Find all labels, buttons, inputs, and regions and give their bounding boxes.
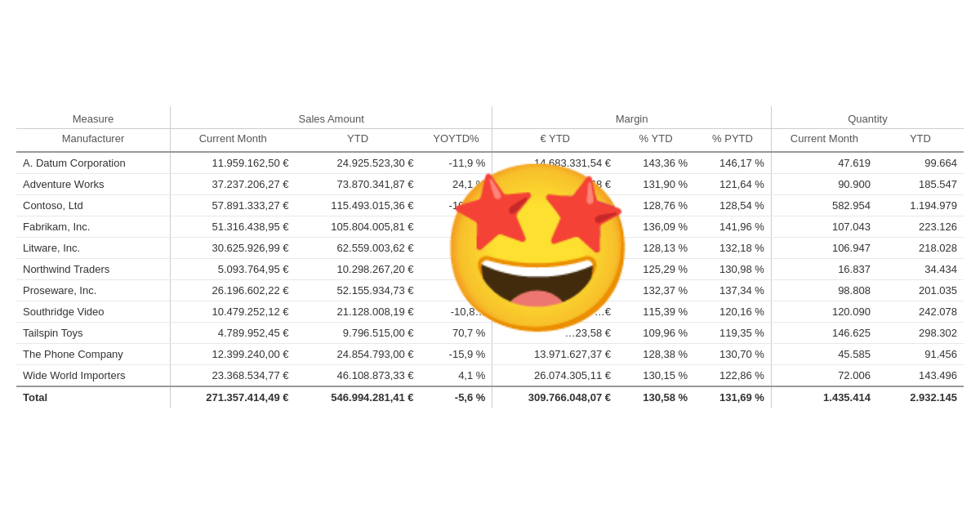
total-cell-pct_pytd: 131,69 % bbox=[694, 386, 771, 408]
cell-manufacturer: Fabrikam, Inc. bbox=[16, 216, 170, 237]
cell-pct_pytd: 141,96 % bbox=[694, 216, 771, 237]
cell-current_month_2: 120.090 bbox=[771, 301, 877, 322]
cell-ytd_1: 21.128.008,19 € bbox=[295, 301, 420, 322]
table-row: Wide World Importers23.368.534,77 €46.10… bbox=[16, 364, 964, 386]
ytd-1-col-header: YTD bbox=[295, 128, 420, 152]
cell-pct_ytd: 143,36 % bbox=[617, 152, 694, 174]
cell-e_ytd: … bbox=[492, 258, 617, 279]
cell-ytd_2: 34.434 bbox=[877, 258, 964, 279]
cell-pct_pytd: 130,70 % bbox=[694, 343, 771, 364]
margin-label: Margin bbox=[492, 106, 771, 129]
cell-pct_pytd: 137,34 % bbox=[694, 279, 771, 301]
current-month-2-col-header: Current Month bbox=[771, 128, 877, 152]
table-row: Northwind Traders5.093.764,95 €10.298.26… bbox=[16, 258, 964, 279]
total-cell-ytd_2: 2.932.145 bbox=[877, 386, 964, 408]
cell-yoytd: -15,9 % bbox=[421, 343, 492, 364]
cell-ytd_2: 91.456 bbox=[877, 343, 964, 364]
sales-amount-label: Sales Amount bbox=[170, 106, 492, 129]
cell-current_month_1: 26.196.602,22 € bbox=[170, 279, 295, 301]
cell-pct_pytd: 146,17 % bbox=[694, 152, 771, 174]
cell-ytd_2: 185.547 bbox=[877, 173, 964, 194]
cell-yoytd: -7… bbox=[421, 279, 492, 301]
cell-manufacturer: Litware, Inc. bbox=[16, 237, 170, 258]
cell-current_month_1: 37.237.206,27 € bbox=[170, 173, 295, 194]
table-row: Litware, Inc.30.625.926,99 €62.559.003,6… bbox=[16, 237, 964, 258]
measure-label: Measure bbox=[16, 106, 170, 129]
cell-ytd_2: 298.302 bbox=[877, 322, 964, 343]
cell-yoytd: 70,7 % bbox=[421, 322, 492, 343]
cell-current_month_1: 12.399.240,00 € bbox=[170, 343, 295, 364]
cell-pct_pytd: 119,35 % bbox=[694, 322, 771, 343]
measure-header-row: Measure Sales Amount Margin Quantity bbox=[16, 106, 964, 129]
cell-current_month_1: 23.368.534,77 € bbox=[170, 364, 295, 386]
column-header-row: Manufacturer Current Month YTD YOYTD% € … bbox=[16, 128, 964, 152]
cell-e_ytd: …5,69 € bbox=[492, 194, 617, 216]
total-row: Total271.357.414,49 €546.994.281,41 €-5,… bbox=[16, 386, 964, 408]
cell-current_month_1: 4.789.952,45 € bbox=[170, 322, 295, 343]
cell-yoytd: -10,8… bbox=[421, 301, 492, 322]
cell-pct_ytd: 115,39 % bbox=[617, 301, 694, 322]
cell-yoytd: -10,1 % bbox=[421, 194, 492, 216]
cell-current_month_1: 11.959.162,50 € bbox=[170, 152, 295, 174]
table-row: The Phone Company12.399.240,00 €24.854.7… bbox=[16, 343, 964, 364]
cell-pct_ytd: 128,76 % bbox=[617, 194, 694, 216]
pct-ytd-col-header: % YTD bbox=[617, 128, 694, 152]
cell-current_month_2: 582.954 bbox=[771, 194, 877, 216]
e-ytd-col-header: € YTD bbox=[492, 128, 617, 152]
cell-ytd_2: 99.664 bbox=[877, 152, 964, 174]
cell-e_ytd: …23,58 € bbox=[492, 322, 617, 343]
cell-pct_pytd: 130,98 % bbox=[694, 258, 771, 279]
cell-current_month_1: 30.625.926,99 € bbox=[170, 237, 295, 258]
cell-pct_ytd: 128,13 % bbox=[617, 237, 694, 258]
cell-ytd_1: 46.108.873,33 € bbox=[295, 364, 420, 386]
cell-manufacturer: Proseware, Inc. bbox=[16, 279, 170, 301]
total-cell-pct_ytd: 130,58 % bbox=[617, 386, 694, 408]
cell-pct_ytd: 128,38 % bbox=[617, 343, 694, 364]
cell-pct_ytd: 131,90 % bbox=[617, 173, 694, 194]
cell-manufacturer: Contoso, Ltd bbox=[16, 194, 170, 216]
cell-e_ytd: …€ bbox=[492, 216, 617, 237]
table-row: Contoso, Ltd57.891.333,27 €115.493.015,3… bbox=[16, 194, 964, 216]
cell-ytd_2: 242.078 bbox=[877, 301, 964, 322]
total-cell-yoytd: -5,6 % bbox=[421, 386, 492, 408]
cell-e_ytd: 13.971.627,37 € bbox=[492, 343, 617, 364]
cell-ytd_2: 201.035 bbox=[877, 279, 964, 301]
total-cell-current_month_2: 1.435.414 bbox=[771, 386, 877, 408]
cell-e_ytd: 42.016.007,68 € bbox=[492, 173, 617, 194]
cell-pct_pytd: 128,54 % bbox=[694, 194, 771, 216]
yoytd-col-header: YOYTD% bbox=[421, 128, 492, 152]
cell-pct_ytd: 130,15 % bbox=[617, 364, 694, 386]
cell-e_ytd: 14.683.331,54 € bbox=[492, 152, 617, 174]
cell-yoytd: 4,1 % bbox=[421, 364, 492, 386]
quantity-label: Quantity bbox=[771, 106, 964, 129]
total-cell-current_month_1: 271.357.414,49 € bbox=[170, 386, 295, 408]
cell-e_ytd: 26.074.305,11 € bbox=[492, 364, 617, 386]
cell-yoytd: -7… bbox=[421, 216, 492, 237]
cell-ytd_2: 223.126 bbox=[877, 216, 964, 237]
cell-current_month_1: 10.479.252,12 € bbox=[170, 301, 295, 322]
cell-manufacturer: Tailspin Toys bbox=[16, 322, 170, 343]
cell-manufacturer: The Phone Company bbox=[16, 343, 170, 364]
cell-pct_pytd: 120,16 % bbox=[694, 301, 771, 322]
cell-ytd_1: 10.298.267,20 € bbox=[295, 258, 420, 279]
table-row: Adventure Works37.237.206,27 €73.870.341… bbox=[16, 173, 964, 194]
cell-current_month_2: 16.837 bbox=[771, 258, 877, 279]
cell-manufacturer: Northwind Traders bbox=[16, 258, 170, 279]
cell-ytd_2: 1.194.979 bbox=[877, 194, 964, 216]
cell-ytd_1: 62.559.003,62 € bbox=[295, 237, 420, 258]
cell-yoytd: -11,9 % bbox=[421, 152, 492, 174]
cell-current_month_1: 57.891.333,27 € bbox=[170, 194, 295, 216]
cell-manufacturer: Southridge Video bbox=[16, 301, 170, 322]
cell-ytd_1: 9.796.515,00 € bbox=[295, 322, 420, 343]
pct-pytd-col-header: % PYTD bbox=[694, 128, 771, 152]
cell-pct_pytd: 121,64 % bbox=[694, 173, 771, 194]
cell-current_month_1: 5.093.764,95 € bbox=[170, 258, 295, 279]
cell-ytd_1: 115.493.015,36 € bbox=[295, 194, 420, 216]
cell-ytd_2: 218.028 bbox=[877, 237, 964, 258]
cell-yoytd: 24,1 % bbox=[421, 173, 492, 194]
table-row: Tailspin Toys4.789.952,45 €9.796.515,00 … bbox=[16, 322, 964, 343]
cell-ytd_1: 52.155.934,73 € bbox=[295, 279, 420, 301]
cell-pct_ytd: 125,29 % bbox=[617, 258, 694, 279]
table-row: Proseware, Inc.26.196.602,22 €52.155.934… bbox=[16, 279, 964, 301]
cell-e_ytd: … bbox=[492, 279, 617, 301]
